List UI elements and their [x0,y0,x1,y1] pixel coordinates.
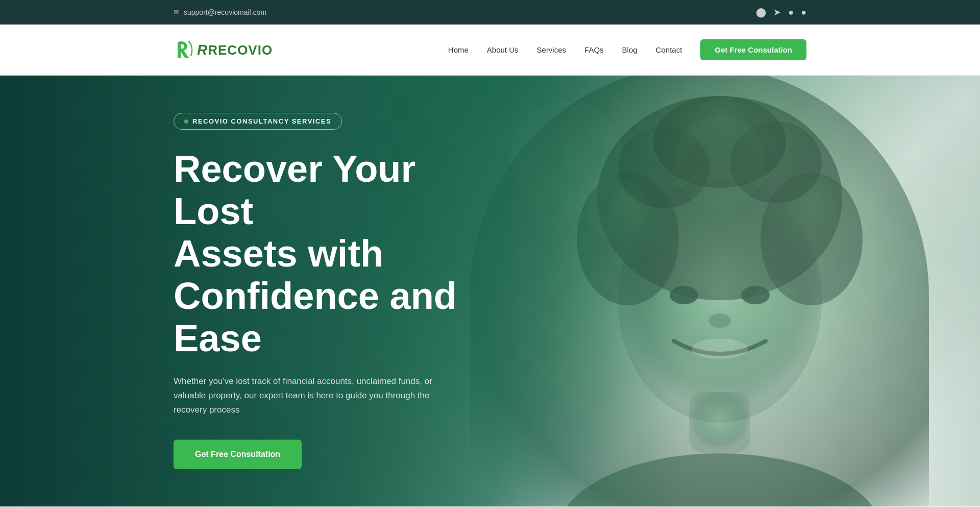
bokeh-4 [750,280,801,331]
nav-cta-button[interactable]: Get Free Consulation [700,39,806,60]
nav-contact[interactable]: Contact [656,45,682,54]
top-bar: ✉ support@recoviomail.com ⬤ ➤ ● ● [0,0,980,25]
whatsapp1-link[interactable]: ● [788,7,794,18]
main-nav: Home About Us Services FAQs Blog Contact… [448,39,806,60]
hero-title-line1: Recover Your Lost [174,148,415,232]
email-address: support@recoviomail.com [184,8,266,16]
badge-dot [184,119,188,124]
hero-badge: RECOVIO CONSULTANCY SERVICES [174,113,342,130]
logo-svg [174,39,195,61]
telegram-icon: ➤ [773,7,781,17]
hero-title-line3: Confidence and Ease [174,275,457,359]
hero-title: Recover Your Lost Assets with Confidence… [174,148,470,359]
hero-title-line2: Assets with [174,232,383,275]
instagram-link[interactable]: ⬤ [756,7,766,18]
bokeh-3 [510,101,623,213]
logo[interactable]: RRECOVIO [174,39,273,61]
whatsapp2-link[interactable]: ● [801,7,806,18]
whatsapp2-icon: ● [801,7,806,17]
instagram-icon: ⬤ [756,7,766,17]
badge-text: RECOVIO CONSULTANCY SERVICES [192,117,331,125]
bokeh-5 [684,382,725,423]
email-contact: ✉ support@recoviomail.com [174,8,266,16]
nav-services[interactable]: Services [537,45,567,54]
email-icon: ✉ [174,8,180,16]
nav-home[interactable]: Home [448,45,469,54]
hero-cta-button[interactable]: Get Free Consultation [174,440,302,469]
header: RRECOVIO Home About Us Services FAQs Blo… [0,25,980,76]
bokeh-1 [674,116,766,208]
hero-content: RECOVIO CONSULTANCY SERVICES Recover You… [0,113,470,469]
whatsapp1-icon: ● [788,7,794,17]
nav-about[interactable]: About Us [487,45,519,54]
hero-section: RECOVIO CONSULTANCY SERVICES Recover You… [0,76,980,506]
nav-blog[interactable]: Blog [622,45,638,54]
logo-text: RRECOVIO [197,42,273,58]
nav-faqs[interactable]: FAQs [584,45,604,54]
telegram-link[interactable]: ➤ [773,7,781,18]
social-links: ⬤ ➤ ● ● [756,7,806,18]
hero-subtitle: Whether you've lost track of financial a… [174,374,459,417]
